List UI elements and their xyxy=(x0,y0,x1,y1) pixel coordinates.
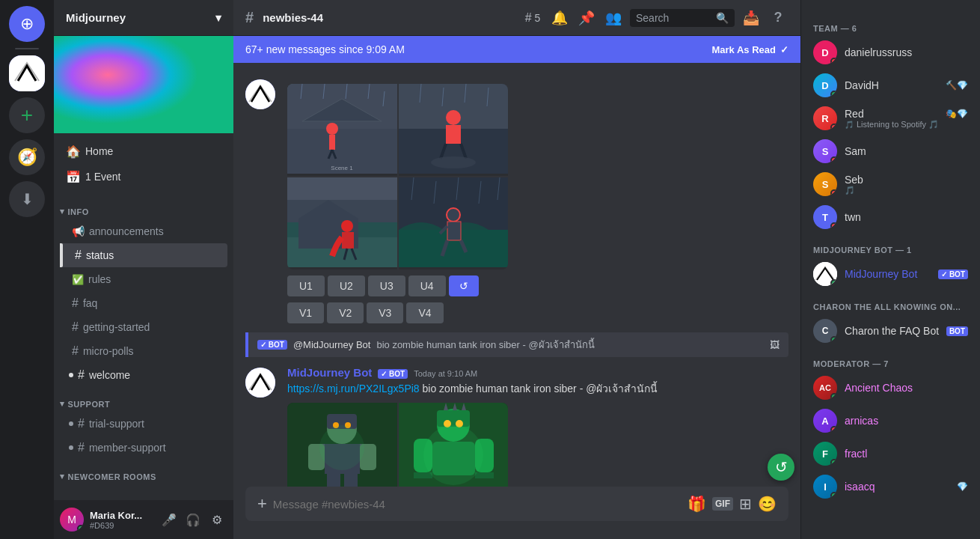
svg-rect-63 xyxy=(344,474,358,487)
u4-button[interactable]: U4 xyxy=(408,275,446,296)
category-newcomer-rooms[interactable]: ▾ NEWCOMER ROOMS xyxy=(54,460,233,484)
emoji-button[interactable]: 😊 xyxy=(758,495,777,513)
svg-rect-52 xyxy=(245,368,275,398)
channel-faq-label: faq xyxy=(83,297,97,309)
image-cell-3 xyxy=(287,177,397,270)
user-status-dot xyxy=(77,525,84,532)
member-name-ancient-chaos: Ancient Chaos xyxy=(845,382,968,394)
member-danielrussruss[interactable]: D danielrussruss xyxy=(807,36,974,69)
inbox-btn[interactable]: 📥 xyxy=(741,7,762,28)
channel-rules-label: rules xyxy=(88,273,111,285)
channel-trial-support[interactable]: # trial-support xyxy=(60,412,227,436)
new-messages-text: 67+ new messages since 9:09 AM xyxy=(245,43,405,55)
member-twn[interactable]: T twn xyxy=(807,201,974,234)
member-name-davidh: DavidH xyxy=(845,79,943,91)
faq-icon: # xyxy=(72,296,79,310)
apps-button[interactable]: ⊞ xyxy=(739,495,752,513)
add-attachment-button[interactable]: + xyxy=(257,487,267,521)
channel-rules[interactable]: ✅ rules xyxy=(60,267,227,291)
v3-button[interactable]: V3 xyxy=(367,302,403,323)
headphones-button[interactable]: 🎧 xyxy=(183,509,203,530)
member-seb[interactable]: S Seb 🎵 xyxy=(807,168,974,201)
refresh-button[interactable]: ↺ xyxy=(449,275,479,296)
member-red[interactable]: R Red 🎭💎 🎵 Listening to Spotify 🎵 xyxy=(807,102,974,135)
member-arnicas[interactable]: A arnicas xyxy=(807,404,974,437)
server-header[interactable]: Midjourney ▾ xyxy=(54,0,233,36)
status-red xyxy=(830,124,837,130)
v4-button[interactable]: V4 xyxy=(406,302,443,323)
channel-welcome[interactable]: # welcome xyxy=(60,363,227,387)
channel-micro-polls[interactable]: # micro-polls xyxy=(60,339,227,363)
search-bar: 🔍 xyxy=(630,9,735,27)
explore-servers-icon[interactable]: 🧭 xyxy=(9,139,45,175)
member-midjourney-bot[interactable]: MidJourney Bot ✓ BOT xyxy=(807,258,974,290)
category-info[interactable]: ▾ INFO xyxy=(54,195,233,219)
seb-sub-status: 🎵 xyxy=(845,186,968,195)
member-category-charon: CHARON THE ALL KNOWING ON... xyxy=(807,290,974,314)
search-input[interactable] xyxy=(636,12,710,24)
member-isaacq[interactable]: I isaacq 💎 xyxy=(807,470,974,503)
sidebar-item-home[interactable]: 🏠 Home xyxy=(60,139,227,163)
gift-button[interactable]: 🎁 xyxy=(687,495,706,513)
right-sidebar: TEAM — 6 D danielrussruss D DavidH 🔨💎 R xyxy=(800,0,980,539)
channel-status-wrapper: # status xyxy=(54,243,233,267)
download-icon[interactable]: ⬇ xyxy=(9,181,45,217)
mark-as-read-button[interactable]: Mark As Read ✓ xyxy=(712,44,789,55)
message-author-2: MidJourney Bot xyxy=(287,366,372,379)
member-category-team: TEAM — 6 xyxy=(807,12,974,36)
v1-button[interactable]: V1 xyxy=(287,302,324,323)
channel-faq[interactable]: # faq xyxy=(60,291,227,315)
gif-button[interactable]: GIF xyxy=(712,497,733,511)
announcements-icon: 📢 xyxy=(72,225,85,237)
mute-btn[interactable]: 🔔 xyxy=(549,7,570,28)
u2-button[interactable]: U2 xyxy=(328,275,365,296)
status-danielrussruss xyxy=(830,58,837,64)
user-area: M Maria Kor... #D639 🎤 🎧 ⚙ xyxy=(54,500,233,539)
midjourney-server-icon[interactable] xyxy=(9,55,45,91)
member-name-arnicas: arnicas xyxy=(845,415,968,427)
member-fractl[interactable]: F fractl xyxy=(807,437,974,470)
channel-member-support[interactable]: # member-support xyxy=(60,436,227,460)
mark-as-read-icon: ✓ xyxy=(780,44,788,55)
message-input[interactable] xyxy=(273,490,682,519)
member-ancient-chaos[interactable]: AC Ancient Chaos xyxy=(807,371,974,404)
help-btn[interactable]: ? xyxy=(768,7,788,28)
svg-rect-8 xyxy=(329,135,335,150)
mic-button[interactable]: 🎤 xyxy=(159,509,180,530)
member-sam[interactable]: S Sam xyxy=(807,135,974,168)
message-text-2: https://s.mj.run/PX2ILgx5Pi8 bio zombie … xyxy=(287,382,788,397)
member-davidh[interactable]: D DavidH 🔨💎 xyxy=(807,69,974,102)
settings-button[interactable]: ⚙ xyxy=(206,509,227,530)
channel-announcements[interactable]: 📢 announcements xyxy=(60,219,227,243)
active-indicator xyxy=(60,243,63,267)
member-category-moderator: MODERATOR — 7 xyxy=(807,347,974,371)
channel-getting-started-label: getting-started xyxy=(83,321,150,333)
server-divider xyxy=(15,48,39,49)
member-count-btn[interactable]: # 5 xyxy=(522,7,543,28)
message-link-2[interactable]: https://s.mj.run/PX2ILgx5Pi8 xyxy=(287,383,420,395)
u1-button[interactable]: U1 xyxy=(287,275,325,296)
floating-refresh-button[interactable]: ↺ xyxy=(768,454,794,481)
svg-rect-43 xyxy=(447,222,461,240)
svg-rect-1 xyxy=(245,79,275,109)
mentioned-bot-tag: ✓ BOT xyxy=(257,340,287,350)
channel-getting-started[interactable]: # getting-started xyxy=(60,315,227,339)
mentioned-bot-name: @MidJourney Bot xyxy=(293,339,371,350)
status-seb xyxy=(830,189,837,196)
home-server-icon[interactable]: ⊕ xyxy=(9,6,45,42)
v2-button[interactable]: V2 xyxy=(327,302,364,323)
category-support[interactable]: ▾ SUPPORT xyxy=(54,387,233,412)
member-charon-bot[interactable]: C Charon the FAQ Bot BOT xyxy=(807,314,974,347)
refresh-icon: ↺ xyxy=(459,280,468,292)
moderator-category-label: MODERATOR — 7 xyxy=(813,359,889,368)
user-name: Maria Kor... xyxy=(90,510,153,521)
pin-btn[interactable]: 📌 xyxy=(576,7,597,28)
channel-status[interactable]: # status xyxy=(60,243,227,267)
messages-area[interactable]: Scene 1 xyxy=(233,63,800,487)
u3-button[interactable]: U3 xyxy=(368,275,405,296)
status-arnicas xyxy=(830,426,837,433)
members-btn[interactable]: 👥 xyxy=(603,7,624,28)
channel-micro-polls-label: micro-polls xyxy=(83,345,134,357)
add-server-icon[interactable]: + xyxy=(9,97,45,133)
sidebar-item-events[interactable]: 📅 1 Event xyxy=(60,165,227,189)
